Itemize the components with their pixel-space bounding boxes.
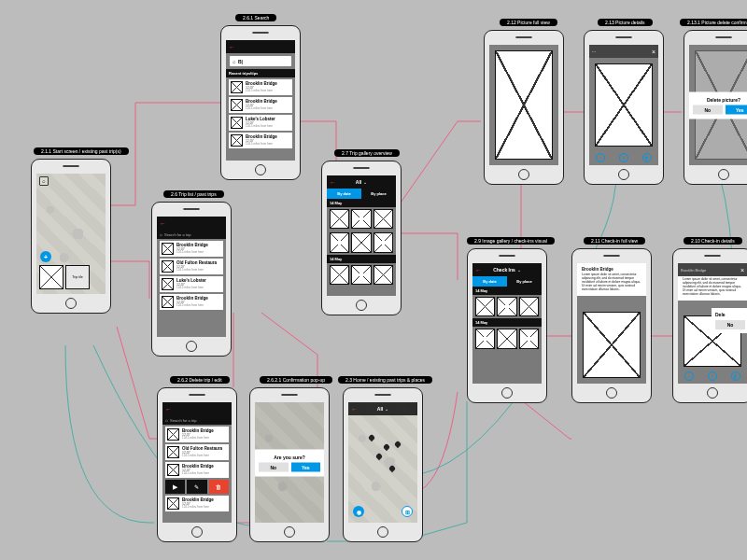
home-button[interactable] bbox=[606, 387, 617, 399]
gallery-header: ← All⌄ bbox=[327, 175, 396, 189]
list-item[interactable]: Luke's Lobster12.07124.5 miles from here bbox=[229, 115, 292, 131]
home-button[interactable] bbox=[518, 169, 529, 180]
home-button[interactable] bbox=[501, 387, 513, 399]
tab-bydate[interactable]: By date bbox=[327, 189, 361, 199]
gallery-thumb[interactable] bbox=[374, 265, 393, 285]
section-recent: Recent trips/tips bbox=[226, 69, 295, 77]
trip-tile-label[interactable]: Trip tile bbox=[65, 265, 90, 289]
gallery-thumb[interactable] bbox=[330, 232, 349, 252]
list-item[interactable]: Brooklin Bridge12.07124.5 miles from her… bbox=[165, 496, 229, 511]
home-button[interactable] bbox=[186, 341, 197, 352]
list-item[interactable]: Old Fulton Restaura12.07124.5 miles from… bbox=[165, 444, 229, 460]
list-item[interactable]: Brooklin Bridge12.07124.5 miles from her… bbox=[165, 427, 229, 442]
gallery-thumb[interactable] bbox=[330, 265, 349, 285]
yes-button[interactable]: Yes bbox=[726, 105, 748, 114]
picture[interactable] bbox=[595, 63, 653, 147]
action-share-icon[interactable]: ⇪ bbox=[619, 153, 628, 162]
list-item[interactable]: Brooklin Bridge12.07124.5 miles from her… bbox=[229, 97, 292, 113]
gallery-tabs: By date By place bbox=[327, 189, 396, 199]
action-delete-icon[interactable]: 🗑 bbox=[731, 371, 740, 381]
yes-button[interactable]: Yes bbox=[291, 462, 321, 471]
action-prev-icon[interactable]: ‹ bbox=[596, 153, 605, 162]
home-button[interactable] bbox=[284, 526, 295, 538]
screen-title-search: 2.6.1 Search bbox=[235, 14, 276, 21]
back-icon[interactable]: ← bbox=[229, 44, 235, 50]
home-button[interactable] bbox=[707, 387, 718, 399]
list-item[interactable]: Luke's Lobster12.07124.5 miles from here bbox=[160, 276, 223, 292]
screen-title-checkins: 2.9 Image gallery / check-ins visual bbox=[467, 237, 555, 245]
screen-title-checkin-full: 2.11 Check-in full view bbox=[584, 237, 645, 245]
gallery-thumb[interactable] bbox=[374, 209, 393, 229]
action-delete-icon[interactable]: 🗑 bbox=[642, 153, 652, 162]
checkin-thumb[interactable] bbox=[519, 329, 539, 348]
tab-byplace[interactable]: By place bbox=[507, 276, 542, 287]
gallery-thumb[interactable] bbox=[330, 209, 349, 229]
play-button[interactable]: ▶ bbox=[165, 480, 185, 494]
home-button[interactable] bbox=[65, 298, 77, 309]
layers-button[interactable]: ⊞ bbox=[402, 506, 413, 517]
home-button[interactable] bbox=[255, 164, 266, 175]
checkin-thumb[interactable] bbox=[519, 297, 539, 316]
list-item[interactable]: Old Fulton Restaura12.07124.5 miles from… bbox=[160, 259, 223, 274]
phone-pic-details: ⋯× ‹ ⇪ 🗑 bbox=[584, 30, 664, 185]
gallery-thumb[interactable] bbox=[351, 265, 371, 285]
triplist-header: ← bbox=[157, 217, 226, 230]
back-icon[interactable]: ← bbox=[165, 406, 172, 413]
list-item[interactable]: Brooklin Bridge12.07124.5 miles from her… bbox=[229, 79, 292, 95]
tab-byplace[interactable]: By place bbox=[361, 189, 396, 199]
search-prompt[interactable]: ⌕Search for a trip bbox=[162, 415, 232, 425]
no-button[interactable]: No bbox=[259, 462, 289, 471]
chevron-down-icon[interactable]: ⌄ bbox=[385, 406, 388, 412]
list-item[interactable]: Brooklin Bridge12.07124.5 miles from her… bbox=[229, 133, 292, 148]
tab-bydate[interactable]: By date bbox=[472, 276, 507, 287]
action-share-icon[interactable]: ⇪ bbox=[708, 371, 717, 381]
checkin-image[interactable] bbox=[583, 312, 641, 378]
back-icon[interactable]: ← bbox=[475, 267, 482, 273]
gallery-title[interactable]: All bbox=[356, 179, 361, 185]
checkin-thumb[interactable] bbox=[497, 297, 516, 316]
gallery-thumb[interactable] bbox=[351, 232, 371, 252]
screen-title-delete: 2.6.2 Delete trip / edit bbox=[170, 376, 230, 384]
delete-pic-question: Delete picture? bbox=[693, 96, 747, 102]
map[interactable] bbox=[348, 402, 417, 523]
checkin-thumb[interactable] bbox=[475, 297, 495, 316]
delete-button[interactable]: 🗑 bbox=[209, 480, 229, 494]
search-input[interactable]: ⌕ B| bbox=[230, 56, 291, 66]
trip-tile[interactable] bbox=[39, 265, 63, 289]
back-icon[interactable]: ← bbox=[330, 179, 336, 186]
close-icon[interactable]: × bbox=[652, 49, 655, 55]
list-item[interactable]: Brooklin Bridge12.07124.5 miles from her… bbox=[165, 462, 229, 478]
checkins-header: ←Check Ins⌄ bbox=[472, 263, 542, 276]
back-icon[interactable]: ← bbox=[351, 406, 358, 413]
locate-button[interactable]: ◉ bbox=[353, 506, 364, 517]
add-button[interactable]: + bbox=[40, 251, 51, 262]
gallery-thumb[interactable] bbox=[351, 209, 371, 229]
home-button[interactable] bbox=[356, 300, 367, 311]
no-button[interactable]: No bbox=[693, 105, 723, 114]
home-button[interactable] bbox=[377, 526, 388, 538]
no-button[interactable]: No bbox=[715, 320, 745, 329]
pic-details-header: ⋯× bbox=[589, 45, 658, 58]
chevron-down-icon[interactable]: ⌄ bbox=[363, 179, 367, 185]
checkin-thumb[interactable] bbox=[497, 329, 516, 348]
close-icon[interactable]: × bbox=[740, 267, 744, 273]
search-prompt[interactable]: ⌕Search for a trip bbox=[157, 230, 226, 239]
gallery-thumb[interactable] bbox=[374, 232, 393, 252]
search-icon[interactable]: ⌕ bbox=[39, 176, 49, 186]
list-item[interactable]: Brooklin Bridge12.07124.5 miles from her… bbox=[160, 241, 223, 257]
screen-title-checkin-details: 2.10 Check-in details bbox=[684, 237, 742, 245]
list-item[interactable]: Brooklin Bridge12.07124.5 miles from her… bbox=[160, 294, 223, 310]
back-icon[interactable]: ← bbox=[160, 220, 166, 227]
home-button[interactable] bbox=[618, 169, 629, 180]
home-button[interactable] bbox=[191, 526, 203, 538]
checkin-text: Brooklin BridgeLorem ipsum dolor sit ame… bbox=[577, 263, 646, 296]
phone-pic-del: Delete picture? No Yes bbox=[684, 30, 747, 185]
action-prev-icon[interactable]: ‹ bbox=[684, 371, 694, 381]
search-icon: ⌕ bbox=[233, 59, 236, 64]
checkin-thumb[interactable] bbox=[475, 329, 495, 348]
picture-full[interactable] bbox=[495, 50, 553, 160]
edit-button[interactable]: ✎ bbox=[187, 480, 206, 494]
chevron-down-icon[interactable]: ⌄ bbox=[517, 267, 521, 273]
home-button[interactable] bbox=[718, 169, 729, 180]
screen-title-pic-full: 2.12 Picture full view bbox=[500, 19, 557, 26]
